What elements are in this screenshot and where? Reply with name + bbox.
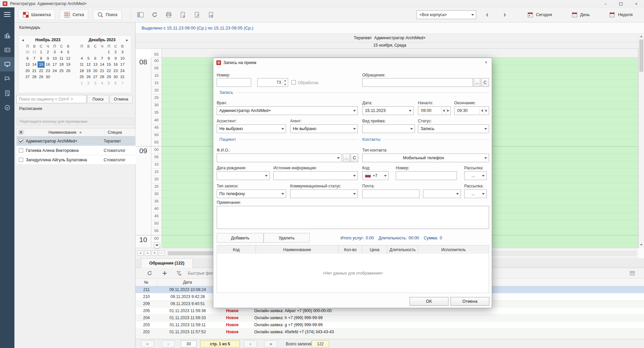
time-spin-arrows[interactable] — [480, 107, 488, 114]
fio-c-button[interactable]: С — [351, 154, 358, 162]
calendar-day[interactable]: 1 — [38, 49, 44, 55]
calendar-day[interactable]: 13 — [24, 61, 31, 68]
column-chooser-button[interactable] — [629, 270, 635, 276]
name-column-header[interactable]: Наименование — [25, 128, 105, 136]
spinner-arrows[interactable] — [282, 79, 287, 86]
calendar-day[interactable]: 14 — [31, 61, 38, 68]
request-browse-button[interactable]: ... — [474, 78, 480, 87]
calendar-day[interactable]: 2 — [85, 80, 92, 86]
calendar-day[interactable]: 11 — [78, 61, 85, 68]
ok-button[interactable]: OK — [410, 297, 448, 306]
number-spinner[interactable]: 73 — [257, 78, 288, 87]
note-textarea[interactable] — [217, 206, 489, 229]
spin-right-icon[interactable] — [446, 107, 450, 114]
calendar-day[interactable]: 31 — [31, 49, 38, 55]
minimize-button[interactable]: – — [598, 0, 613, 7]
calendar-day[interactable]: 21 — [31, 68, 38, 74]
request-row[interactable]: 20201.11.2023 11:57:52НовоеОнлайн-заявка… — [136, 329, 644, 336]
processed-checkbox[interactable] — [291, 80, 296, 84]
calendar-day[interactable]: 27 — [24, 74, 31, 80]
calendar-day[interactable]: 30 — [45, 74, 51, 80]
add-request-button[interactable] — [162, 270, 168, 276]
calendar-day[interactable]: 1 — [105, 49, 112, 55]
doctor-combobox[interactable]: Администратор ArchiMed+ — [217, 106, 358, 115]
info-source-combobox[interactable] — [273, 171, 358, 180]
end-time-spinner[interactable]: 09:30 — [454, 106, 489, 115]
scroll-up-icon[interactable] — [639, 34, 644, 39]
menu-icon[interactable] — [0, 7, 14, 21]
select-all-cell[interactable] — [16, 128, 25, 136]
calendar-day[interactable]: 1 — [78, 80, 85, 86]
calendar-day[interactable]: 3 — [119, 49, 126, 55]
sidebar-item-tasks[interactable] — [0, 100, 14, 115]
zoom-in-button[interactable]: + — [152, 250, 158, 256]
calendar-day[interactable]: 8 — [38, 55, 44, 62]
calendar-day[interactable]: 2 — [45, 49, 51, 55]
calendar-day[interactable]: 22 — [105, 68, 112, 74]
patient-search-cancel-button[interactable]: Отмена — [110, 95, 132, 103]
calendar-day[interactable]: 12 — [85, 61, 92, 68]
calendar-day[interactable]: 20 — [24, 68, 31, 74]
record-type-combobox[interactable]: По телефону — [217, 189, 286, 198]
calendar-day[interactable]: 17 — [119, 61, 126, 68]
maximize-button[interactable] — [613, 0, 629, 7]
prev-page-button[interactable]: ‹ — [162, 340, 175, 347]
calendar-day[interactable]: 16 — [45, 61, 51, 68]
calendar-day[interactable]: 18 — [78, 68, 85, 74]
calendar-day[interactable]: 24 — [119, 68, 126, 74]
edit-document-button[interactable] — [191, 9, 203, 20]
spin-left-icon[interactable] — [441, 107, 446, 114]
schedule-row[interactable]: Администратор ArchiMed+Терапевт — [16, 136, 136, 146]
calendar-day[interactable]: 6 — [92, 55, 99, 62]
mailing2-combobox[interactable]: ... — [464, 189, 487, 198]
calendar-day[interactable]: 5 — [65, 49, 71, 55]
calendar-day[interactable]: 4 — [99, 80, 105, 86]
calendar-day[interactable]: 8 — [105, 55, 112, 62]
page-size-input[interactable]: 30 — [181, 340, 197, 347]
week-view-button[interactable]: Неделя — [606, 9, 636, 20]
calendar-day[interactable]: 28 — [31, 74, 38, 80]
calendar-day[interactable]: 22 — [38, 68, 44, 74]
calendar-day[interactable]: 31 — [119, 74, 126, 80]
calendar-day[interactable]: 11 — [58, 55, 65, 62]
calendar-day[interactable]: 30 — [24, 49, 31, 55]
select-all-checkbox[interactable] — [19, 130, 23, 134]
sidebar-item-billing[interactable]: $ — [0, 86, 14, 100]
calendar-day[interactable]: 5 — [105, 80, 112, 86]
sidebar-item-messages[interactable] — [0, 71, 14, 86]
request-row[interactable]: 20401.11.2023 11:59:33НовоеОнлайн-заявка… — [136, 314, 644, 322]
calendar-day[interactable]: 26 — [65, 68, 71, 74]
sidebar-item-company[interactable] — [0, 28, 14, 43]
email-input[interactable] — [362, 189, 420, 198]
calendar-day[interactable]: 27 — [92, 74, 99, 80]
calendar-day[interactable]: 29 — [105, 74, 112, 80]
delete-service-button[interactable]: Удалить — [264, 233, 310, 243]
fio-combobox[interactable] — [217, 154, 342, 162]
calendar-day[interactable]: 30 — [112, 74, 119, 80]
calendar-day[interactable]: 12 — [65, 55, 71, 62]
calendar-day[interactable]: 20 — [92, 68, 99, 74]
dialog-close-icon[interactable]: × — [483, 59, 489, 65]
last-page-button[interactable]: » — [264, 340, 277, 347]
spin-right-icon[interactable] — [484, 107, 488, 114]
sidebar-item-registry[interactable] — [0, 57, 14, 71]
scrollbar-thumb[interactable] — [639, 40, 643, 72]
schedule-row[interactable]: Загидуллина Айгуль БулатовнаСтоматолог — [16, 155, 136, 165]
calendar-day[interactable]: 26 — [85, 74, 92, 80]
patient-search-button[interactable]: Поиск — [87, 95, 109, 103]
patient-search-input[interactable] — [16, 95, 87, 103]
calendar-day[interactable]: 9 — [45, 55, 51, 62]
agent-combobox[interactable]: Не выбрано — [290, 124, 358, 133]
calendar-day[interactable]: 17 — [51, 61, 58, 68]
calendar-day[interactable]: 15 — [38, 61, 44, 68]
comm-status-combobox[interactable] — [290, 189, 358, 198]
calendar-day[interactable]: 9 — [112, 55, 119, 62]
calendar-day[interactable]: 19 — [65, 61, 71, 68]
calendar-day[interactable]: 4 — [58, 49, 65, 55]
calendar-day[interactable]: 18 — [58, 61, 65, 68]
scroll-down-button[interactable] — [154, 242, 160, 249]
request-row[interactable]: 20501.11.2023 11:59:36НовоеОнлайн-заявка… — [136, 307, 644, 314]
calendar-day[interactable]: 16 — [112, 61, 119, 68]
calendar-day[interactable]: 10 — [119, 55, 126, 62]
calendar-day[interactable]: 7 — [31, 55, 38, 62]
